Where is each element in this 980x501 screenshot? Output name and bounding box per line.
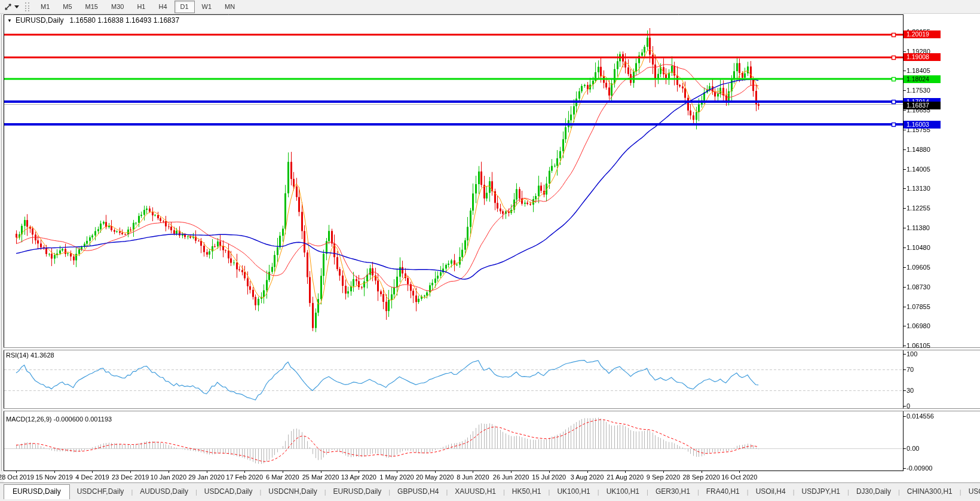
metatrader-terminal: { "toolbar": { "timeframes": ["M1","M5",… xyxy=(0,0,980,501)
chart-tab[interactable]: GER30,H1 xyxy=(648,485,697,499)
chart-cursor-tool-glyph xyxy=(4,2,13,11)
chart-title-row: ▼EURUSD,Daily1.16580 1.16838 1.16493 1.1… xyxy=(7,16,179,25)
macd-indicator-label: MACD(12,26,9) -0.000600 0.001193 xyxy=(6,416,112,423)
chart-symbol-label: EURUSD,Daily xyxy=(16,16,64,25)
chart-tab[interactable]: UK100,H1 xyxy=(599,485,647,499)
collapse-arrow-icon[interactable]: ▼ xyxy=(7,18,12,23)
rsi-indicator-label: RSI(14) 41.3628 xyxy=(6,352,54,359)
chart-tab[interactable]: USOil,H4 xyxy=(749,485,793,499)
timeframe-button-m5[interactable]: M5 xyxy=(57,1,78,13)
timeframe-button-m15[interactable]: M15 xyxy=(79,1,104,13)
timeframe-button-w1[interactable]: W1 xyxy=(196,1,218,13)
chart-cursor-tool-icon[interactable] xyxy=(2,1,14,12)
chart-tab[interactable]: DJ30,Daily xyxy=(849,485,898,499)
chart-tab[interactable]: XAUUSD,H1 xyxy=(448,485,503,499)
chart-tab-active[interactable]: EURUSD,Daily xyxy=(4,484,70,499)
timeframe-button-d1[interactable]: D1 xyxy=(174,1,195,13)
chart-tab[interactable]: AUDUSD,Daily xyxy=(133,485,195,499)
timeframe-buttons: M1M5M15M30H1H4D1W1MN xyxy=(34,1,241,13)
price-chart-canvas[interactable] xyxy=(0,13,980,482)
timeframe-button-m1[interactable]: M1 xyxy=(35,1,56,13)
chart-tab[interactable]: USOil,H1 xyxy=(961,485,980,499)
chart-tab[interactable]: GBPUSD,H4 xyxy=(390,485,446,499)
chart-tab[interactable]: USDCNH,Daily xyxy=(261,485,324,499)
timeframe-button-m30[interactable]: M30 xyxy=(105,1,130,13)
chart-tab[interactable]: EURUSD,Daily xyxy=(326,485,389,499)
timeframe-button-h4[interactable]: H4 xyxy=(152,1,173,13)
toolbar-grip xyxy=(25,2,29,11)
chart-ohlc-values: 1.16580 1.16838 1.16493 1.16837 xyxy=(70,16,180,25)
chart-tab[interactable]: USDCHF,Daily xyxy=(70,485,131,499)
chart-tabs-bar: EURUSD,DailyUSDCHF,Daily|AUDUSD,Daily|US… xyxy=(0,482,980,499)
toolbar: M1M5M15M30H1H4D1W1MN xyxy=(0,0,980,14)
timeframe-button-mn[interactable]: MN xyxy=(219,1,241,13)
chart-tab[interactable]: FRA40,H1 xyxy=(699,485,747,499)
chart-window: ▼EURUSD,Daily1.16580 1.16838 1.16493 1.1… xyxy=(0,13,980,482)
chart-tab[interactable]: HK50,H1 xyxy=(505,485,549,499)
timeframe-button-h1[interactable]: H1 xyxy=(131,1,151,13)
chart-tab[interactable]: CHINA300,H1 xyxy=(900,485,960,499)
chart-tabs: EURUSD,DailyUSDCHF,Daily|AUDUSD,Daily|US… xyxy=(0,484,980,499)
chart-tab[interactable]: USDJPY,H1 xyxy=(795,485,847,499)
dropdown-caret-icon[interactable] xyxy=(14,5,19,8)
chart-tab[interactable]: UK100,H1 xyxy=(550,485,597,499)
chart-tab[interactable]: USDCAD,Daily xyxy=(197,485,260,499)
